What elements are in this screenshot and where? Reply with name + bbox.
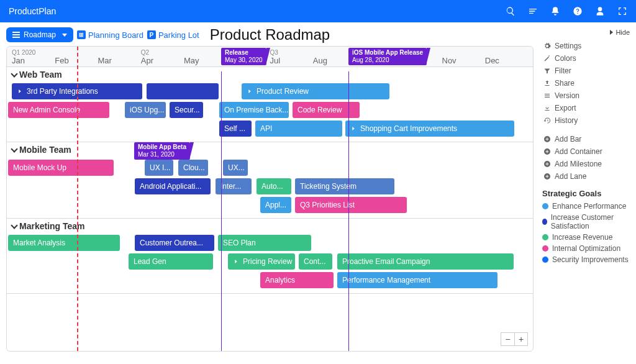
roadmap-bar[interactable]: Shopping Cart Improvements bbox=[345, 121, 514, 137]
sidebar-filter[interactable]: Filter bbox=[542, 65, 630, 77]
legend-item[interactable]: Increase Customer Satisfaction bbox=[542, 212, 630, 232]
lane-row: AnalyticsPerformance Management bbox=[7, 271, 533, 289]
sidebar-add-bar[interactable]: Add Bar bbox=[542, 133, 630, 145]
month-label: Dec bbox=[485, 56, 528, 65]
lane-row: Market AnalysisCustomer Outrea...SEO Pla… bbox=[7, 234, 533, 252]
user-icon[interactable] bbox=[595, 6, 605, 16]
roadmap-bar[interactable]: Customer Outrea... bbox=[135, 235, 214, 251]
roadmap-bar[interactable]: Pricing Review bbox=[228, 253, 295, 270]
lane-header[interactable]: Web Team bbox=[7, 67, 533, 82]
roadmap-bar[interactable] bbox=[147, 83, 219, 99]
zoom-in-button[interactable]: + bbox=[514, 332, 528, 346]
sidebar-add-milestone[interactable]: Add Milestone bbox=[542, 158, 630, 170]
fullscreen-icon[interactable] bbox=[617, 6, 627, 16]
roadmap-bar[interactable]: Analytics bbox=[260, 272, 334, 288]
legend-dot bbox=[542, 257, 548, 263]
sidebar-export[interactable]: Export bbox=[542, 102, 630, 114]
legend-item[interactable]: Increase Revenue bbox=[542, 232, 630, 243]
menu-icon[interactable] bbox=[528, 6, 538, 16]
sidebar-share[interactable]: Share bbox=[542, 77, 630, 89]
help-icon[interactable] bbox=[573, 6, 583, 16]
lane-body: Market AnalysisCustomer Outrea...SEO Pla… bbox=[7, 234, 533, 293]
lane-row: Lead GenPricing ReviewCont...Proactive E… bbox=[7, 252, 533, 271]
roadmap-bar[interactable]: Mobile Mock Up bbox=[8, 160, 114, 176]
sidebar-colors[interactable]: Colors bbox=[542, 52, 630, 65]
chevron-down-icon bbox=[12, 221, 17, 231]
roadmap-bar[interactable]: Q3 Priorities List bbox=[295, 197, 407, 213]
roadmap-bar[interactable]: Performance Management bbox=[337, 272, 497, 288]
bar-label: UX... bbox=[228, 163, 245, 172]
month-label: Jan bbox=[12, 56, 55, 65]
month-label: Apr bbox=[141, 56, 184, 65]
legend-item[interactable]: Enhance Performance bbox=[542, 201, 630, 212]
bar-label: Performance Management bbox=[342, 276, 430, 284]
roadmap-bar[interactable]: Self ... bbox=[219, 121, 252, 137]
sidebar-add-container[interactable]: Add Container bbox=[542, 145, 630, 158]
parking-lot-link[interactable]: PParking Lot bbox=[147, 30, 199, 40]
page-title: Product Roadmap bbox=[210, 26, 330, 43]
bar-label: Product Review bbox=[257, 87, 309, 96]
legend-dot bbox=[542, 234, 548, 240]
bar-label: Customer Outrea... bbox=[140, 239, 203, 247]
roadmap-bar[interactable]: Ticketing System bbox=[295, 178, 394, 194]
legend-item[interactable]: Internal Optimization bbox=[542, 243, 630, 254]
sidebar-settings[interactable]: Settings bbox=[542, 40, 630, 52]
month-label: Mar bbox=[98, 56, 141, 65]
milestone-marker[interactable]: iOS Mobile App ReleaseAug 28, 2020 bbox=[348, 48, 427, 65]
quarter-label: Q1 2020 bbox=[12, 49, 141, 56]
lane-header[interactable]: Marketing Team bbox=[7, 219, 533, 234]
roadmap-bar[interactable]: Proactive Email Campaign bbox=[337, 253, 514, 270]
bar-label: On Premise Back... bbox=[224, 106, 288, 114]
roadmap-bar[interactable]: Lead Gen bbox=[129, 253, 213, 270]
sidebar-add-lane[interactable]: Add Lane bbox=[542, 170, 630, 183]
roadmap-bar[interactable]: Appl... bbox=[260, 197, 291, 213]
bar-label: Inter... bbox=[220, 182, 241, 191]
bar-label: Shopping Cart Improvements bbox=[360, 124, 457, 133]
roadmap-bar[interactable]: Code Review bbox=[293, 102, 360, 118]
lane-row: Android Applicati...Inter...Auto...Ticke… bbox=[7, 177, 533, 196]
roadmap-bar[interactable]: Android Applicati... bbox=[135, 178, 211, 194]
milestone-line bbox=[221, 71, 222, 351]
roadmap-bar[interactable]: UX I... bbox=[145, 160, 173, 176]
roadmap-bar[interactable]: Auto... bbox=[257, 178, 291, 194]
lane-row: Mobile Mock UpUX I...Clou...UX... bbox=[7, 158, 533, 177]
bar-label: Self ... bbox=[224, 124, 245, 133]
milestone-marker[interactable]: ReleaseMay 30, 2020 bbox=[221, 48, 266, 65]
lane: Mobile TeamMobile App BetaMar 31, 2020Mo… bbox=[7, 142, 533, 219]
milestone-marker[interactable]: Mobile App BetaMar 31, 2020 bbox=[134, 142, 190, 160]
sidebar-history[interactable]: History bbox=[542, 114, 630, 127]
roadmap-bar[interactable]: Clou... bbox=[178, 160, 208, 176]
roadmap-bar[interactable]: Product Review bbox=[242, 83, 389, 99]
bar-label: Q3 Priorities List bbox=[300, 201, 355, 209]
roadmap-dropdown[interactable]: Roadmap bbox=[6, 27, 73, 42]
bar-label: Clou... bbox=[183, 163, 205, 172]
chevron-right-icon bbox=[233, 258, 239, 265]
hide-sidebar[interactable]: Hide bbox=[542, 29, 630, 36]
bar-label: Market Analysis bbox=[13, 239, 65, 247]
chevron-down-icon bbox=[12, 70, 17, 80]
bell-icon[interactable] bbox=[550, 6, 560, 16]
roadmap-bar[interactable]: iOS Upg... bbox=[125, 102, 166, 118]
bar-label: SEO Plan bbox=[223, 239, 256, 247]
legend-item[interactable]: Security Improvements bbox=[542, 254, 630, 265]
lane: Web Team3rd Party IntegrationsProduct Re… bbox=[7, 67, 533, 142]
roadmap-bar[interactable]: Market Analysis bbox=[8, 235, 120, 251]
lane-header[interactable]: Mobile Team bbox=[7, 142, 533, 157]
search-icon[interactable] bbox=[506, 6, 516, 16]
bar-label: Appl... bbox=[265, 201, 286, 209]
month-label: Feb bbox=[55, 56, 98, 65]
chevron-right-icon bbox=[247, 88, 253, 94]
roadmap-bar[interactable]: API bbox=[255, 121, 342, 137]
planning-board-link[interactable]: ⊞Planning Board bbox=[77, 30, 143, 40]
roadmap-bar[interactable]: Secur... bbox=[170, 102, 203, 118]
roadmap-bar[interactable]: UX... bbox=[223, 160, 248, 176]
sidebar-version[interactable]: Version bbox=[542, 89, 630, 102]
roadmap-bar[interactable]: SEO Plan bbox=[218, 235, 311, 251]
roadmap-bar[interactable]: On Premise Back... bbox=[219, 102, 289, 118]
legend-dot bbox=[542, 219, 547, 225]
legend-dot bbox=[542, 203, 548, 209]
roadmap-bar[interactable]: New Admin Console bbox=[8, 102, 109, 118]
lane-row: Self ...APIShopping Cart Improvements bbox=[7, 119, 533, 138]
zoom-out-button[interactable]: − bbox=[501, 332, 514, 346]
roadmap-bar[interactable]: Cont... bbox=[299, 253, 332, 270]
